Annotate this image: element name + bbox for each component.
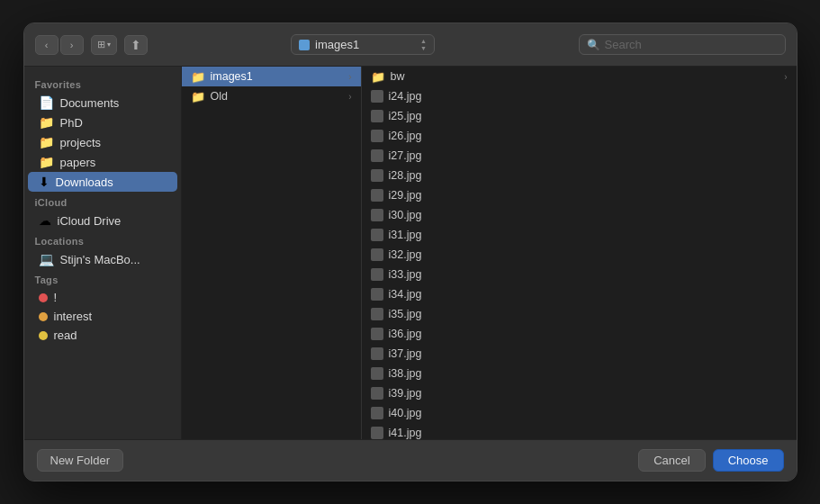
image-thumb-icon [371, 229, 383, 241]
search-input[interactable] [605, 38, 778, 51]
locations-label: Locations [24, 230, 181, 249]
chevron-down-icon: ▾ [107, 40, 111, 49]
path-control[interactable]: images1 ▲ ▼ [291, 34, 435, 55]
sidebar-item-tag-interest[interactable]: interest [28, 307, 177, 326]
file-name: i30.jpg [389, 209, 788, 221]
downloads-icon: ⬇ [39, 175, 50, 189]
sidebar-item-label: Stijn's MacBo... [60, 253, 140, 266]
sidebar-item-label: projects [60, 136, 102, 149]
sidebar-item-phd[interactable]: 📁 PhD [28, 112, 177, 132]
sidebar-item-papers[interactable]: 📁 papers [28, 152, 177, 172]
file-item-i37[interactable]: i37.jpg [362, 344, 797, 364]
file-item-images1[interactable]: 📁 images1 › [182, 67, 361, 86]
image-thumb-icon [371, 328, 383, 340]
file-item-i28[interactable]: i28.jpg [362, 166, 797, 185]
file-item-i30[interactable]: i30.jpg [362, 205, 797, 225]
view-toggle-button[interactable]: ⊞ ▾ [91, 35, 117, 55]
file-name: i25.jpg [389, 110, 788, 122]
folder-icon: 📁 [191, 70, 205, 84]
file-name: i37.jpg [389, 347, 788, 360]
sidebar-item-label: read [54, 328, 77, 342]
path-label: images1 [315, 38, 415, 51]
folder-icon: 📁 [191, 90, 205, 104]
file-name: i29.jpg [389, 189, 788, 202]
file-name: i33.jpg [389, 268, 788, 281]
back-button[interactable]: ‹ [35, 35, 59, 55]
file-item-i36[interactable]: i36.jpg [362, 324, 797, 344]
sidebar-item-label: ! [54, 291, 58, 304]
sidebar-item-downloads[interactable]: ⬇ Downloads [28, 172, 177, 192]
search-box[interactable]: 🔍 [579, 34, 786, 55]
main-area: Favorites 📄 Documents 📁 PhD 📁 projects 📁… [24, 67, 797, 439]
file-name: i28.jpg [389, 169, 788, 182]
file-item-i24[interactable]: i24.jpg [362, 86, 797, 106]
image-thumb-icon [371, 110, 383, 122]
tag-dot-yellow [39, 331, 48, 340]
file-name: i40.jpg [389, 407, 788, 419]
file-item-i25[interactable]: i25.jpg [362, 106, 797, 126]
cancel-button[interactable]: Cancel [638, 449, 705, 472]
sidebar-item-tag-read[interactable]: read [28, 326, 177, 345]
computer-icon: 💻 [39, 252, 54, 266]
file-name: i27.jpg [389, 149, 788, 162]
folder-icon: 📁 [371, 70, 385, 84]
path-stepper-icon: ▲ ▼ [420, 38, 427, 51]
sidebar-item-tag-exclaim[interactable]: ! [28, 288, 177, 307]
footer: New Folder Cancel Choose [24, 439, 797, 481]
icloud-icon: ☁ [39, 213, 51, 228]
sidebar-item-label: interest [54, 310, 93, 323]
file-item-i33[interactable]: i33.jpg [362, 265, 797, 284]
toolbar: ‹ › ⊞ ▾ ⬆ images1 ▲ ▼ 🔍 [24, 23, 797, 67]
sidebar-item-icloud-drive[interactable]: ☁ iCloud Drive [28, 211, 177, 230]
image-thumb-icon [371, 387, 383, 400]
file-name: images1 [211, 70, 344, 83]
forward-button[interactable]: › [60, 35, 84, 55]
file-item-i29[interactable]: i29.jpg [362, 185, 797, 205]
image-thumb-icon [371, 288, 383, 301]
file-name: i24.jpg [389, 90, 788, 103]
chevron-right-icon: › [784, 72, 787, 82]
folder-icon: 📁 [39, 115, 54, 130]
nav-buttons: ‹ › [35, 35, 84, 55]
tag-dot-red [39, 293, 48, 302]
new-folder-button[interactable]: New Folder [37, 449, 123, 472]
file-name: i32.jpg [389, 248, 788, 261]
image-thumb-icon [371, 169, 383, 182]
sidebar-item-label: PhD [60, 116, 83, 130]
file-name: i36.jpg [389, 328, 788, 340]
file-item-i34[interactable]: i34.jpg [362, 284, 797, 304]
file-item-i26[interactable]: i26.jpg [362, 126, 797, 146]
image-thumb-icon [371, 407, 383, 419]
file-item-i32[interactable]: i32.jpg [362, 245, 797, 265]
file-item-i35[interactable]: i35.jpg [362, 304, 797, 324]
chevron-right-icon: › [348, 92, 351, 102]
file-pane-2: 📁 bw › i24.jpg i25.jpg i26.jpg [362, 67, 797, 439]
file-name: i31.jpg [389, 229, 788, 241]
sidebar-item-label: Documents [60, 96, 120, 110]
action-button[interactable]: ⬆ [124, 35, 148, 55]
image-thumb-icon [371, 347, 383, 360]
folder-color-icon [299, 40, 310, 50]
file-item-i39[interactable]: i39.jpg [362, 383, 797, 403]
image-thumb-icon [371, 149, 383, 162]
file-item-i41[interactable]: i41.jpg [362, 423, 797, 439]
file-item-bw[interactable]: 📁 bw › [362, 67, 797, 86]
file-dialog: ‹ › ⊞ ▾ ⬆ images1 ▲ ▼ 🔍 Favorites [23, 22, 797, 482]
tag-dot-orange [39, 312, 48, 321]
choose-button[interactable]: Choose [713, 449, 784, 472]
file-item-i27[interactable]: i27.jpg [362, 146, 797, 166]
grid-icon: ⊞ [97, 39, 105, 50]
file-item-i40[interactable]: i40.jpg [362, 403, 797, 423]
file-item-i31[interactable]: i31.jpg [362, 225, 797, 245]
file-item-old[interactable]: 📁 Old › [182, 86, 361, 106]
sidebar-item-label: iCloud Drive [58, 214, 122, 228]
sidebar-item-label: Downloads [56, 176, 113, 189]
icloud-label: iCloud [24, 192, 181, 211]
file-name: i38.jpg [389, 367, 788, 380]
sidebar-item-projects[interactable]: 📁 projects [28, 132, 177, 152]
sidebar-item-documents[interactable]: 📄 Documents [28, 93, 177, 112]
pane2-container: 📁 bw › i24.jpg i25.jpg i26.jpg [362, 67, 797, 439]
sidebar-item-macbook[interactable]: 💻 Stijn's MacBo... [28, 249, 177, 269]
image-thumb-icon [371, 189, 383, 202]
file-item-i38[interactable]: i38.jpg [362, 364, 797, 383]
